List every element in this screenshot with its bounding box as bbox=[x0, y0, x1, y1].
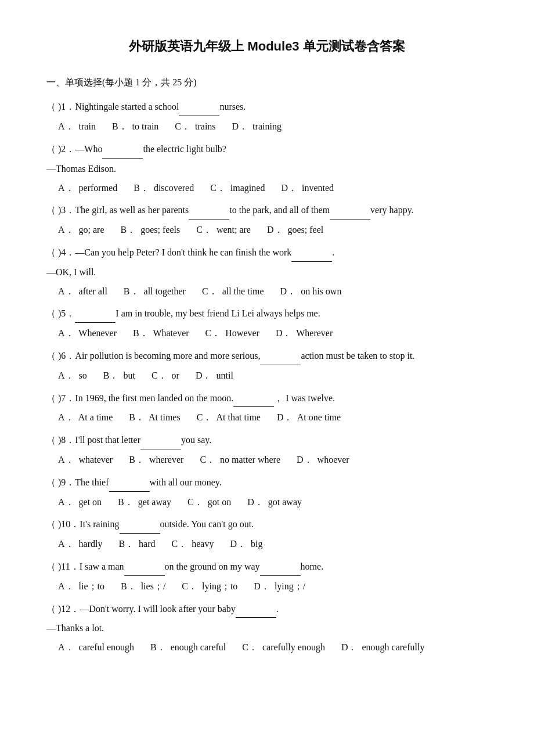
option-text-8-2: no matter where bbox=[220, 455, 280, 465]
option-11-3: D． lying；/ bbox=[254, 578, 305, 595]
question-after-7: ， I was twelve. bbox=[274, 393, 335, 403]
option-letter-12-1: B． bbox=[150, 642, 166, 652]
subtext-12: —Thanks a lot. bbox=[46, 620, 488, 637]
option-letter-7-2: C． bbox=[197, 412, 212, 422]
question-after-2: the electric light bulb? bbox=[143, 144, 226, 154]
option-12-2: C． carefully enough bbox=[242, 639, 325, 656]
option-letter-9-0: A． bbox=[58, 497, 74, 507]
option-6-3: D． until bbox=[196, 368, 233, 384]
option-letter-4-0: A． bbox=[58, 286, 74, 296]
question-text-9: )9．The thief bbox=[58, 477, 109, 487]
blank-1 bbox=[179, 99, 219, 116]
option-4-0: A． after all bbox=[58, 283, 107, 300]
option-letter-11-3: D． bbox=[254, 581, 270, 591]
option-letter-2-3: D． bbox=[281, 183, 297, 193]
option-letter-1-0: A． bbox=[58, 121, 74, 131]
option-4-3: D． on his own bbox=[280, 283, 342, 300]
question-after-6: action must be taken to stop it. bbox=[301, 351, 414, 361]
blank-6 bbox=[260, 348, 301, 365]
option-3-3: D． goes; feel bbox=[267, 222, 323, 239]
option-letter-9-2: C． bbox=[187, 497, 203, 507]
option-4-2: C． all the time bbox=[202, 283, 264, 300]
option-letter-8-1: B． bbox=[129, 455, 145, 465]
option-letter-12-3: D． bbox=[341, 642, 358, 652]
option-text-9-0: get on bbox=[79, 497, 102, 507]
option-letter-7-3: D． bbox=[277, 412, 293, 422]
question-after-3: to the park, and all of them bbox=[229, 205, 330, 215]
option-text-9-3: got away bbox=[268, 497, 302, 507]
option-text-6-3: until bbox=[216, 370, 233, 380]
option-text-4-3: on his own bbox=[301, 286, 341, 296]
question-8: （ )8．I'll post that letter you say. A． w… bbox=[46, 432, 488, 469]
option-12-3: D． enough carefully bbox=[341, 639, 425, 656]
option-5-0: A． Whenever bbox=[58, 325, 117, 342]
question-text-2: )2．—Who bbox=[58, 144, 102, 154]
paren-open: （ bbox=[46, 205, 58, 215]
option-letter-5-1: B． bbox=[133, 328, 149, 338]
blank-11 bbox=[124, 559, 165, 576]
option-10-1: B． hard bbox=[118, 536, 155, 553]
option-text-12-2: carefully enough bbox=[262, 642, 325, 652]
options-3: A． go; are B． goes; feels C． went; are D… bbox=[46, 222, 488, 239]
option-letter-3-0: A． bbox=[58, 225, 74, 235]
option-text-6-2: or bbox=[172, 370, 179, 380]
option-text-7-0: At a time bbox=[78, 412, 113, 422]
option-6-0: A． so bbox=[58, 368, 87, 384]
option-10-0: A． hardly bbox=[58, 536, 102, 553]
option-2-2: C． imagined bbox=[210, 180, 265, 197]
option-text-1-3: training bbox=[252, 121, 282, 131]
blank-7 bbox=[233, 390, 274, 408]
paren-open: （ bbox=[46, 308, 58, 318]
question-10: （ )10．It's raining outside. You can't go… bbox=[46, 516, 488, 553]
paren-open: （ bbox=[46, 604, 58, 614]
option-1-1: B． to train bbox=[112, 118, 158, 135]
option-text-8-0: whatever bbox=[79, 455, 113, 465]
option-letter-11-1: B． bbox=[121, 581, 136, 591]
option-3-0: A． go; are bbox=[58, 222, 104, 239]
option-1-0: A． train bbox=[58, 118, 96, 135]
option-text-7-2: At that time bbox=[217, 412, 261, 422]
option-letter-9-1: B． bbox=[118, 497, 134, 507]
option-letter-10-1: B． bbox=[118, 539, 134, 549]
option-7-2: C． At that time bbox=[197, 409, 261, 426]
blank-3 bbox=[189, 202, 229, 219]
option-text-9-2: got on bbox=[208, 497, 231, 507]
question-3: （ )3．The girl, as well as her parents to… bbox=[46, 202, 488, 239]
paren-open: （ bbox=[46, 351, 58, 361]
blank-9 bbox=[109, 474, 150, 492]
option-2-3: D． invented bbox=[281, 180, 334, 197]
option-5-3: D． Wherever bbox=[276, 325, 333, 342]
question-2: （ )2．—Who the electric light bulb?—Thoma… bbox=[46, 141, 488, 196]
option-letter-4-2: C． bbox=[202, 286, 218, 296]
blank-8 bbox=[140, 432, 181, 449]
question-text-11: )11．I saw a man bbox=[58, 561, 124, 571]
option-letter-3-3: D． bbox=[267, 225, 283, 235]
option-10-2: C． heavy bbox=[172, 536, 214, 553]
option-letter-9-3: D． bbox=[247, 497, 264, 507]
option-letter-6-3: D． bbox=[196, 370, 212, 380]
option-9-0: A． get on bbox=[58, 494, 102, 511]
option-text-3-2: went; are bbox=[217, 225, 251, 235]
option-text-3-1: goes; feels bbox=[140, 225, 180, 235]
question-7: （ )7．In 1969, the first men landed on th… bbox=[46, 390, 488, 427]
option-letter-3-2: C． bbox=[196, 225, 212, 235]
option-9-3: D． got away bbox=[247, 494, 302, 511]
option-text-5-3: Wherever bbox=[296, 328, 333, 338]
option-text-1-2: trains bbox=[195, 121, 216, 131]
section1-title: 一、单项选择(每小题 1 分，共 25 分) bbox=[46, 74, 488, 91]
options-8: A． whatever B． wherever C． no matter whe… bbox=[46, 452, 488, 469]
question-6: （ )6．Air pollution is becoming more and … bbox=[46, 348, 488, 384]
option-letter-2-1: B． bbox=[134, 183, 149, 193]
question-12: （ )12．—Don't worry. I will look after yo… bbox=[46, 601, 488, 656]
question-text-12: )12．—Don't worry. I will look after your… bbox=[58, 604, 236, 614]
question-after-8: you say. bbox=[181, 435, 211, 445]
option-2-1: B． discovered bbox=[134, 180, 194, 197]
option-12-1: B． enough careful bbox=[150, 639, 226, 656]
paren-open: （ bbox=[46, 435, 58, 445]
options-9: A． get on B． get away C． got on D． got a… bbox=[46, 494, 488, 511]
option-7-0: A． At a time bbox=[58, 409, 113, 426]
option-text-6-1: but bbox=[123, 370, 135, 380]
options-6: A． so B． but C． or D． until bbox=[46, 368, 488, 384]
option-text-11-3: lying；/ bbox=[275, 581, 305, 591]
option-text-8-1: wherever bbox=[149, 455, 184, 465]
